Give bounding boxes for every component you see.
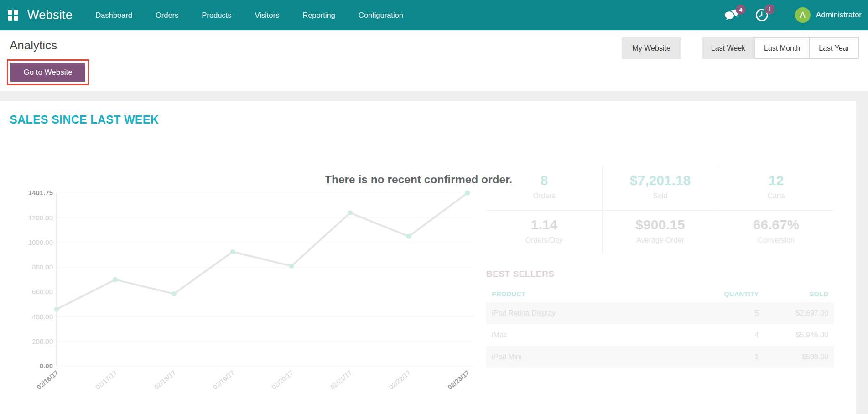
date-range-group: Last WeekLast MonthLast Year [702,37,859,59]
dashboard-panel: SALES SINCE LAST WEEK 0.00200.00400.0060… [0,101,856,414]
apps-grid-square [8,10,12,15]
table-cell: 5 [667,302,764,324]
stat-orders-day: 1.14Orders/Day [486,210,602,254]
table-cell: iPad Retina Display [486,302,667,324]
goto-website-annotation: Go to Website [7,59,89,85]
best-sellers-table: PRODUCTQUANTITYSOLD iPad Retina Display5… [486,285,834,368]
x-axis-tick-label: 02/23/17 [446,369,471,391]
data-point [348,210,353,215]
content-area: SALES SINCE LAST WEEK 0.00200.00400.0060… [0,91,868,414]
messages-badge: 4 [736,5,746,15]
range-button-last-week[interactable]: Last Week [702,37,755,59]
website-switcher-button[interactable]: My Website [622,37,681,59]
menu-item-visitors[interactable]: Visitors [255,11,279,20]
stat-value: $900.15 [603,217,718,233]
data-point [113,277,118,282]
activities-badge: 1 [765,4,775,14]
user-name: Administrator [816,10,862,20]
main-menu: DashboardOrdersProductsVisitorsReporting… [95,11,403,20]
best-sellers-section: BEST SELLERS PRODUCTQUANTITYSOLD iPad Re… [486,269,834,368]
menu-item-configuration[interactable]: Configuration [359,11,403,20]
data-point [54,307,59,312]
data-point [406,234,411,239]
app-name[interactable]: Website [27,8,73,22]
y-axis-tick-label: 1401.75 [28,189,53,197]
best-sellers-title: BEST SELLERS [486,269,834,279]
table-cell: $5,946.00 [764,324,834,346]
x-axis-tick-label: 02/17/17 [94,369,119,391]
table-row: iPad Retina Display5$2,697.00 [486,302,834,324]
apps-grid-square [14,10,18,15]
column-header-sold: SOLD [764,285,834,302]
y-axis-tick-label: 400.00 [32,313,53,321]
sales-line-chart: 0.00200.00400.00600.00800.001000.001200.… [0,147,511,414]
stat-average-order: $900.15Average Order [602,210,718,254]
data-point [230,249,235,254]
menu-item-dashboard[interactable]: Dashboard [95,11,132,20]
top-navbar: Website DashboardOrdersProductsVisitorsR… [0,0,868,30]
table-cell: 1 [667,346,764,368]
x-axis-tick-label: 02/20/17 [270,369,295,391]
systray: 4 1 A Administrator [724,7,868,23]
empty-orders-message: There is no recent confirmed order. [325,173,512,186]
stat-label: Orders [486,192,602,200]
column-header-product: PRODUCT [486,285,667,302]
stat-value: 1.14 [486,217,602,233]
stat-value: 66.67% [718,217,834,233]
data-point [465,191,470,196]
range-button-last-month[interactable]: Last Month [754,37,810,59]
range-button-last-year[interactable]: Last Year [809,37,859,59]
activities-button[interactable]: 1 [755,8,769,22]
y-axis-tick-label: 0.00 [40,362,53,370]
y-axis-tick-label: 200.00 [32,337,53,345]
control-panel: Analytics My Website Last WeekLast Month… [0,30,868,91]
stat-label: Average Order [603,236,718,244]
x-axis-tick-label: 02/22/17 [388,369,412,391]
avatar: A [795,7,811,23]
table-cell: $2,697.00 [764,302,834,324]
menu-item-products[interactable]: Products [202,11,231,20]
x-axis-tick-label: 02/18/17 [153,369,177,391]
stat-label: Conversion [718,236,834,244]
x-axis-tick-label: 02/16/17 [35,369,60,391]
menu-item-orders[interactable]: Orders [156,11,178,20]
y-axis-tick-label: 1200.00 [28,214,53,222]
stat-value: 8 [486,173,602,188]
apps-grid-icon[interactable] [8,10,18,21]
table-cell: iMac [486,324,667,346]
apps-grid-square [8,16,12,21]
stat-label: Orders/Day [486,236,602,244]
stat-label: Carts [718,192,834,200]
messages-button[interactable]: 4 [724,9,739,21]
stats-grid: 8Orders$7,201.18Sold12Carts1.14Orders/Da… [486,166,834,254]
stat-conversion: 66.67%Conversion [718,210,834,254]
table-cell: 4 [667,324,764,346]
table-cell: iPad Mini [486,346,667,368]
column-header-quantity: QUANTITY [667,285,764,302]
sales-section-title: SALES SINCE LAST WEEK [10,113,159,126]
data-point [289,264,294,269]
go-to-website-button[interactable]: Go to Website [10,63,85,82]
y-axis-tick-label: 1000.00 [28,238,53,246]
y-axis-tick-label: 600.00 [32,288,53,295]
stat-orders: 8Orders [486,166,602,210]
y-axis-tick-label: 800.00 [32,263,53,271]
data-point [172,291,177,296]
table-row: iPad Mini1$599.00 [486,346,834,368]
table-row: iMac4$5,946.00 [486,324,834,346]
menu-item-reporting[interactable]: Reporting [302,11,335,20]
stat-carts: 12Carts [718,166,834,210]
stat-sold: $7,201.18Sold [602,166,718,210]
user-menu[interactable]: A Administrator [795,7,862,23]
stat-value: $7,201.18 [603,173,718,188]
x-axis-tick-label: 02/19/17 [212,369,236,391]
stat-label: Sold [603,192,718,200]
apps-grid-square [14,16,18,21]
control-panel-buttons: My Website Last WeekLast MonthLast Year [622,37,859,59]
x-axis-tick-label: 02/21/17 [329,369,353,391]
page-title: Analytics [10,38,57,52]
table-cell: $599.00 [764,346,834,368]
stat-value: 12 [718,173,834,188]
